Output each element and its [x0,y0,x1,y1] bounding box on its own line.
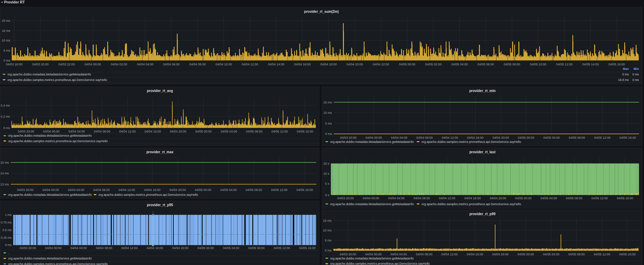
svg-text:04/04 04:00: 04/04 04:00 [69,130,85,133]
svg-text:org.apache.dubbo.metadata.Meta: org.apache.dubbo.metadata.MetadataServic… [8,193,92,197]
svg-text:04/05 04:00: 04/05 04:00 [540,197,557,200]
svg-text:provider_rt_p99: provider_rt_p99 [469,212,496,216]
svg-text:04/03 18:00: 04/03 18:00 [6,63,22,66]
svg-text:04/05 12:00: 04/05 12:00 [556,63,573,66]
svg-text:04/05 16:00: 04/05 16:00 [297,130,314,133]
svg-text:04/03 20:00: 04/03 20:00 [18,130,34,133]
svg-text:04/03 20:00: 04/03 20:00 [32,63,49,66]
svg-text:04/05 04:00: 04/05 04:00 [543,253,559,256]
svg-text:0 ms: 0 ms [632,78,639,82]
svg-text:15 ms: 15 ms [323,101,332,104]
svg-text:04/04 12:00: 04/04 12:00 [439,197,455,200]
svg-text:04/05 12:00: 04/05 12:00 [271,130,288,133]
svg-text:04/05 04:00: 04/05 04:00 [220,188,237,192]
svg-text:0 ms: 0 ms [325,132,332,136]
svg-text:04/04 20:00: 04/04 20:00 [490,197,506,200]
svg-text:15 ms: 15 ms [2,29,10,33]
svg-text:Min: Min [634,67,639,71]
svg-text:04/04 12:00: 04/04 12:00 [119,130,136,133]
svg-text:04/04 20:00: 04/04 20:00 [170,130,187,133]
svg-text:04/05 12:00: 04/05 12:00 [593,253,610,256]
svg-text:04/05 00:00: 04/05 00:00 [399,63,416,66]
svg-text:5 s: 5 s [325,182,329,185]
svg-text:04/05 04:00: 04/05 04:00 [223,246,239,250]
svg-text:04/05 12:00: 04/05 12:00 [274,246,290,250]
svg-text:04/04 04:00: 04/04 04:00 [391,136,407,139]
svg-text:org.apache.dubbo.samples.metri: org.apache.dubbo.samples.metrics.prometh… [99,193,198,197]
svg-text:04/04 10:00: 04/04 10:00 [216,63,232,66]
svg-text:10 s: 10 s [323,172,329,175]
svg-text:04/05 02:00: 04/05 02:00 [425,63,442,66]
svg-text:15 ms: 15 ms [323,219,332,222]
svg-text:0.4 ms: 0.4 ms [1,104,10,107]
svg-text:04/04 06:00: 04/04 06:00 [163,63,180,66]
svg-text:04/05 08:00: 04/05 08:00 [246,130,263,133]
svg-text:04/03 20:00: 04/03 20:00 [339,253,356,256]
svg-text:04/04 04:00: 04/04 04:00 [68,188,84,192]
svg-text:org.apache.dubbo.samples.metri: org.apache.dubbo.samples.metrics.prometh… [421,140,521,144]
svg-text:04/04 16:00: 04/04 16:00 [467,136,483,139]
svg-text:13 ms: 13 ms [0,183,9,186]
svg-text:5 ms: 5 ms [3,49,10,52]
svg-text:0.75 ms: 0.75 ms [1,220,12,224]
svg-text:04/04 08:00: 04/04 08:00 [416,136,433,139]
svg-text:04/05 16:00: 04/05 16:00 [619,136,636,139]
svg-text:04/04 20:00: 04/04 20:00 [492,136,509,139]
svg-text:org.apache.dubbo.metadata.Meta: org.apache.dubbo.metadata.MetadataServic… [8,257,92,260]
svg-text:04/05 16:00: 04/05 16:00 [299,246,316,250]
svg-text:provider_rt_avg: provider_rt_avg [147,89,173,93]
svg-text:04/04 08:00: 04/04 08:00 [413,197,430,200]
svg-text:04/05 12:00: 04/05 12:00 [591,197,608,200]
svg-text:04/04 08:00: 04/04 08:00 [189,63,206,66]
svg-text:18.8 ms: 18.8 ms [618,78,629,82]
svg-text:.: . [8,251,9,255]
svg-text:org.apache.dubbo.metadata.Meta: org.apache.dubbo.metadata.MetadataServic… [330,257,414,260]
svg-text:04/04 08:00: 04/04 08:00 [93,188,110,192]
svg-text:04/04 02:00: 04/04 02:00 [111,63,127,66]
svg-text:provider_rt_min: provider_rt_min [469,89,495,93]
svg-text:04/05 16:00: 04/05 16:00 [619,253,636,256]
svg-text:04/04 04:00: 04/04 04:00 [388,197,405,200]
svg-text:04/05 12:00: 04/05 12:00 [594,136,610,139]
svg-text:04/04 00:00: 04/04 00:00 [365,136,382,139]
svg-text:org.apache.dubbo.samples.metri: org.apache.dubbo.samples.metrics.prometh… [421,202,521,206]
svg-text:1 ms: 1 ms [5,213,12,217]
svg-text:04/04 00:00: 04/04 00:00 [365,253,382,256]
svg-text:04/04 20:00: 04/04 20:00 [172,246,189,250]
svg-text:provider_rt_max: provider_rt_max [146,150,174,154]
svg-text:04/05 00:00: 04/05 00:00 [518,136,534,139]
svg-text:14 ms: 14 ms [0,172,9,175]
svg-text:org.apache.dubbo.metadata.Meta: org.apache.dubbo.metadata.MetadataServic… [330,140,414,144]
svg-text:04/05 00:00: 04/05 00:00 [515,197,532,200]
svg-text:04/04 08:00: 04/04 08:00 [94,130,110,133]
svg-text:0 ms: 0 ms [3,126,10,130]
svg-text:04/03 20:00: 04/03 20:00 [17,188,34,192]
svg-text:10 ms: 10 ms [2,39,10,42]
svg-text:provider_rt_last: provider_rt_last [469,150,496,154]
svg-text:04/05 00:00: 04/05 00:00 [195,188,211,192]
svg-text:04/04 20:00: 04/04 20:00 [170,188,186,192]
svg-text:provider_rt_sum(2m): provider_rt_sum(2m) [304,10,339,13]
svg-text:04/05 16:00: 04/05 16:00 [297,188,313,192]
svg-text:0 ms: 0 ms [622,73,629,76]
svg-text:04/04 16:00: 04/04 16:00 [464,197,481,200]
svg-text:04/04 12:00: 04/04 12:00 [442,136,458,139]
svg-text:04/05 00:00: 04/05 00:00 [195,130,212,133]
svg-text:0 ms: 0 ms [325,249,332,252]
svg-text:04/04 20:00: 04/04 20:00 [346,63,363,66]
svg-text:04/03 20:00: 04/03 20:00 [340,136,356,139]
svg-text:04/04 00:00: 04/04 00:00 [43,188,59,192]
svg-text:org.apache.dubbo.metadata.Meta: org.apache.dubbo.metadata.MetadataServic… [330,202,414,206]
svg-text:org.apache.dubbo.metadata.Meta: org.apache.dubbo.metadata.MetadataServic… [8,134,92,137]
svg-text:04/05 00:00: 04/05 00:00 [198,246,214,250]
svg-text:04/04 00:00: 04/04 00:00 [43,130,60,133]
svg-text:04/04 16:00: 04/04 16:00 [145,130,161,133]
svg-text:Max: Max [623,67,629,71]
svg-text:04/03 20:00: 04/03 20:00 [337,197,354,200]
svg-text:04/04 16:00: 04/04 16:00 [466,253,483,256]
svg-text:04/04 12:00: 04/04 12:00 [121,246,138,250]
svg-text:15 ms: 15 ms [0,161,9,164]
svg-text:04/04 08:00: 04/04 08:00 [416,253,432,256]
svg-text:04/04 04:00: 04/04 04:00 [137,63,154,66]
svg-text:Provider RT: Provider RT [4,0,25,4]
